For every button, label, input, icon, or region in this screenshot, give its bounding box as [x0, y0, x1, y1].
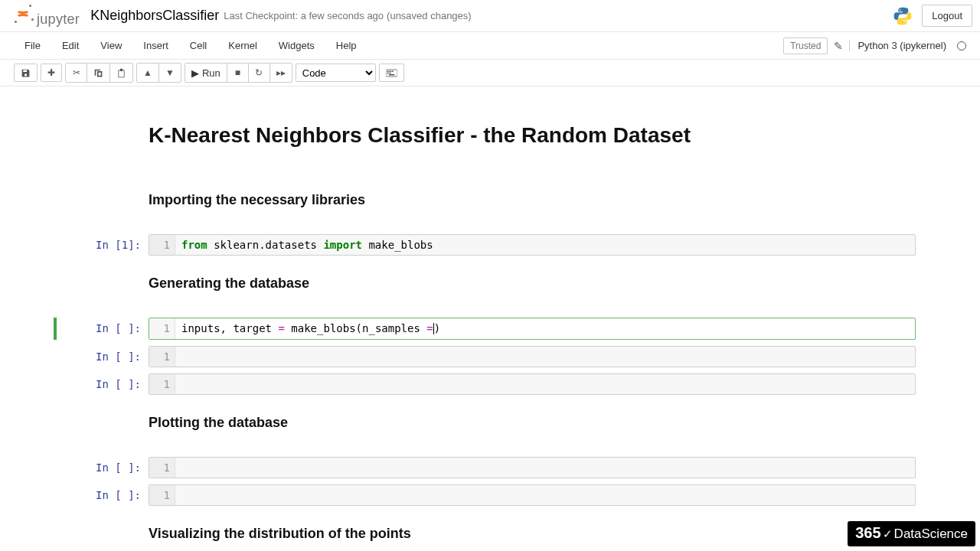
restart-button[interactable]: ↻: [249, 64, 270, 82]
watermark: 365✓DataScience: [848, 521, 975, 546]
code-editor[interactable]: [175, 485, 915, 505]
logout-button[interactable]: Logout: [922, 5, 972, 27]
kernel-idle-icon: [957, 41, 966, 51]
pencil-icon[interactable]: ✎: [834, 40, 843, 52]
notebook-area: K-Nearest Neighbors Classifier - the Ran…: [54, 86, 926, 551]
heading-generate: Generating the database: [149, 276, 916, 292]
heading-plot: Plotting the database: [149, 415, 916, 431]
unsaved-status: (unsaved changes): [387, 10, 472, 21]
code-cell[interactable]: In [1]: 1 from sklearn.datasets import m…: [54, 234, 926, 256]
heading-viz: Visualizing the distribution of the poin…: [149, 526, 916, 542]
line-number: 1: [149, 458, 175, 478]
add-cell-button[interactable]: ✚: [41, 64, 62, 82]
save-button[interactable]: [14, 64, 38, 82]
menu-insert[interactable]: Insert: [132, 32, 179, 59]
svg-rect-1: [387, 70, 388, 72]
jupyter-logo-text: jupyter: [37, 11, 80, 28]
heading-import: Importing the necessary libraries: [149, 192, 916, 208]
input-prompt: In [1]:: [64, 234, 149, 256]
input-prompt: In [ ]:: [64, 373, 149, 395]
move-up-button[interactable]: ▲: [137, 64, 159, 82]
svg-rect-2: [389, 70, 390, 72]
checkpoint-status: Last Checkpoint: a few seconds ago: [224, 10, 384, 21]
svg-rect-5: [389, 72, 390, 73]
kernel-name[interactable]: Python 3 (ipykernel): [849, 40, 946, 51]
run-button[interactable]: ▶ Run: [185, 64, 227, 82]
jupyter-logo[interactable]: jupyter: [14, 4, 80, 28]
menu-kernel[interactable]: Kernel: [217, 32, 268, 59]
menu-widgets[interactable]: Widgets: [268, 32, 325, 59]
code-editor[interactable]: [175, 374, 915, 394]
line-number: 1: [149, 374, 175, 394]
svg-rect-6: [389, 74, 395, 76]
code-cell[interactable]: In [ ]: 1: [54, 457, 926, 478]
markdown-cell[interactable]: Generating the database: [54, 262, 926, 311]
paste-button[interactable]: [110, 64, 132, 82]
markdown-cell[interactable]: Importing the necessary libraries: [54, 178, 926, 228]
line-number: 1: [149, 318, 175, 339]
jupyter-logo-icon: [14, 4, 34, 24]
markdown-cell[interactable]: Plotting the database: [54, 401, 926, 451]
heading-title: K-Nearest Neighbors Classifier - the Ran…: [149, 123, 916, 148]
menu-help[interactable]: Help: [325, 32, 368, 59]
input-prompt: In [ ]:: [64, 457, 149, 478]
python-icon: [893, 6, 913, 26]
line-number: 1: [149, 235, 175, 255]
code-cell[interactable]: In [ ]: 1: [54, 484, 926, 506]
notebook-name[interactable]: KNeighborsClassifier: [90, 8, 219, 24]
header: jupyter KNeighborsClassifier Last Checkp…: [0, 0, 980, 32]
cell-type-select[interactable]: Code: [296, 64, 376, 82]
cut-button[interactable]: ✂: [66, 64, 87, 82]
markdown-cell[interactable]: Visualizing the distribution of the poin…: [54, 512, 926, 552]
code-editor[interactable]: inputs, target = make_blobs(n_samples =): [175, 318, 915, 339]
code-editor[interactable]: [175, 458, 915, 478]
input-prompt: In [ ]:: [64, 318, 149, 340]
markdown-cell[interactable]: K-Nearest Neighbors Classifier - the Ran…: [54, 117, 926, 172]
code-cell[interactable]: In [ ]: 1: [54, 346, 926, 367]
code-editor[interactable]: [175, 347, 915, 367]
menu-edit[interactable]: Edit: [51, 32, 90, 59]
menu-cell[interactable]: Cell: [179, 32, 217, 59]
menu-file[interactable]: File: [14, 32, 51, 59]
menu-view[interactable]: View: [90, 32, 132, 59]
input-prompt: In [ ]:: [64, 484, 149, 506]
svg-rect-3: [391, 70, 393, 72]
toolbar: ✚ ✂ ▲ ▼ ▶ Run ■ ↻ ▸▸ Code: [0, 60, 980, 86]
interrupt-button[interactable]: ■: [227, 64, 249, 82]
trusted-badge[interactable]: Trusted: [783, 37, 828, 54]
code-cell-selected[interactable]: In [ ]: 1 inputs, target = make_blobs(n_…: [54, 318, 926, 340]
menubar: File Edit View Insert Cell Kernel Widget…: [0, 32, 980, 60]
move-down-button[interactable]: ▼: [159, 64, 181, 82]
code-cell[interactable]: In [ ]: 1: [54, 373, 926, 395]
svg-rect-4: [387, 72, 388, 73]
code-editor[interactable]: from sklearn.datasets import make_blobs: [175, 235, 915, 255]
copy-button[interactable]: [87, 64, 110, 82]
line-number: 1: [149, 485, 175, 505]
restart-run-all-button[interactable]: ▸▸: [270, 64, 292, 82]
line-number: 1: [149, 347, 175, 367]
input-prompt: In [ ]:: [64, 346, 149, 367]
command-palette-button[interactable]: [379, 64, 404, 82]
